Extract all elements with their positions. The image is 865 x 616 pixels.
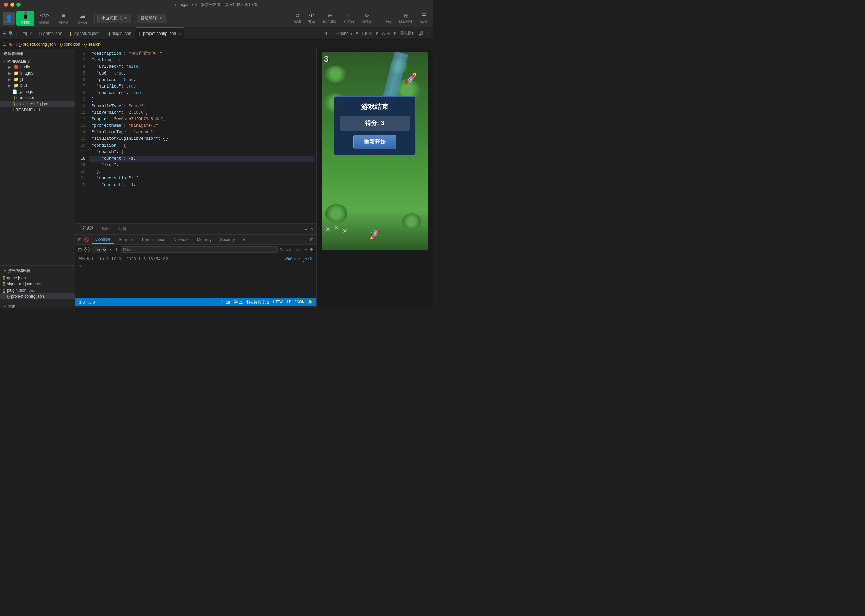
upload-button[interactable]: ↑ 上传 [382,11,394,26]
panel-tab-more[interactable]: » [239,236,248,244]
close-tab-icon[interactable]: ✕ [178,32,181,36]
outline-header[interactable]: ▼ 大纲 [0,303,75,308]
detail-button[interactable]: ☰ 详情 [417,11,430,26]
expand-icon-2[interactable]: ▲ [304,227,308,231]
tab-plugin-json[interactable]: {} plugin.json [104,27,135,40]
simulator-ops-btn[interactable]: 模拟操作 [399,30,416,36]
split-icon[interactable]: ⊐| [22,31,27,36]
console-filter-input[interactable] [121,247,278,253]
device-selector[interactable]: iPhone 5 [336,31,352,36]
open-file-game-json[interactable]: {} game.json [0,275,75,281]
layout-icon[interactable]: ⊞ [324,31,327,36]
code-editor[interactable]: 2 3 4 5 6 7 8 9 10 11 12 13 14 [75,49,316,223]
separator-3 [378,13,379,24]
panel-tab-performance[interactable]: Performance [138,236,169,244]
console-clear-icon[interactable]: 🚫 [84,247,90,252]
debugger-button[interactable]: ≡ 调试器 [55,11,72,26]
panel-tab-security[interactable]: Security [216,236,238,244]
devtools-tab-output[interactable]: 输出 [99,225,113,233]
file-tree: ▶ 🔴 audio ▶ 📁 images ▶ 📁 js ▶ 📁 plus [0,64,75,195]
window-controls[interactable] [4,3,20,7]
record-icon[interactable]: ⊡ [78,237,81,242]
panel-tab-network[interactable]: Network [170,236,192,244]
code-line-17: "search": { [89,149,313,156]
open-file-plugin[interactable]: {} plugin.json plus [0,287,75,293]
open-file-signature[interactable]: {} signature.json plus [0,281,75,287]
minimize-dot[interactable] [10,3,14,7]
tree-item-plus[interactable]: ▶ 📁 plus [0,82,75,88]
breadcrumb-file: {} project.config.json [19,42,56,47]
compile-button[interactable]: ↺ 编译 [291,11,304,26]
frame-selector[interactable]: top [92,247,107,253]
clear-cache-button[interactable]: ⚙ 清缓存 [359,11,375,26]
close-devtools-icon[interactable]: ✕ [310,227,313,231]
open-file-icon: {} [3,275,5,280]
tab-project-config[interactable]: {} project.config.json ✕ [135,27,184,40]
tree-item-game-json[interactable]: {} game.json [0,95,75,101]
maximize-dot[interactable] [16,3,20,7]
console-stop-icon[interactable]: ⊡ [78,247,82,252]
console-log-link[interactable]: WAGame.js:2 [285,257,312,262]
sort-icon[interactable]: ↕ [16,31,18,36]
eye-icon[interactable]: 👁 [115,247,119,252]
panel-expand-icon[interactable]: ⊡ [310,237,313,242]
restart-button[interactable]: 重新开始 [353,135,396,149]
code-line-19: "list": [] [89,162,313,168]
close-icon[interactable]: ✕ [3,295,5,299]
panel-menu-icon[interactable]: ⋮ [304,237,308,242]
arrow-icon-4: ▶ [8,84,12,88]
devtools-tab-issues[interactable]: 问题 [115,225,130,233]
main-toolbar: 👤 📱 模拟器 </> 编辑器 ≡ 调试器 ☁ 云开发 小游戏模式 ▼ 普通编译… [0,9,432,27]
console-prompt[interactable]: > [79,264,312,269]
menu-icon[interactable]: ☰ [3,31,6,36]
project-root[interactable]: ▼ MINIGAME-8 [0,58,75,64]
volume-icon[interactable]: 🔊 [418,31,424,36]
expand-icon[interactable]: ⊡ [426,31,430,36]
ln-20: 20 [75,168,85,175]
plus-folder-icon: 📁 [14,83,19,88]
bottom-console-bar: ⋮ Console Search ✕ [75,306,316,308]
plus-label: plus [20,83,28,88]
tab-signature-json[interactable]: {} signature.json [66,27,103,40]
open-editors-header[interactable]: ▼ 打开的编辑器 [0,267,75,275]
background-button[interactable]: ⊏ 切后台 [341,11,357,26]
clear-console-icon[interactable]: 🚫 [84,237,89,242]
simulator-button[interactable]: 📱 模拟器 [16,11,34,26]
readme-icon: ℹ [12,108,14,113]
preview-button[interactable]: 👁 预览 [306,11,318,26]
version-button[interactable]: ⊞ 版本管理 [396,11,415,26]
panel-tab-memory[interactable]: Memory [193,236,215,244]
window-title: minigame-8 - 微信开发者工具 v1.02.2001070 [175,2,257,8]
console-settings-icon[interactable]: ⚙ [310,247,313,252]
language-mode: JSON [295,300,305,305]
game-mode-label: 小游戏模式 [101,16,122,21]
devtools-tab-debugger[interactable]: 调试器 [78,224,97,234]
search-icon[interactable]: 🔍 [9,31,14,36]
tree-item-readme[interactable]: ℹ README.md [0,107,75,113]
open-file-project-config[interactable]: ✕ {} project.config.json [0,293,75,299]
compile-dropdown[interactable]: 普通编译 ▼ [137,14,166,23]
editor-button[interactable]: </> 编辑器 [36,11,53,26]
tree-item-project-config[interactable]: {} project.config.json [0,101,75,107]
cloud-button[interactable]: ☁ 云开发 [74,11,92,26]
close-dot[interactable] [4,3,8,7]
tree-item-audio[interactable]: ▶ 🔴 audio [0,64,75,70]
breadcrumb-bookmark-icon: 🔖 [8,42,13,47]
tree-item-js[interactable]: ▶ 📁 js [0,76,75,82]
tab-game-json[interactable]: {} game.json [36,27,66,40]
panel-tab-console[interactable]: Console [92,236,114,244]
back-icon[interactable]: ◁ [29,31,32,36]
tree-item-game-js[interactable]: 📄 game.js [0,88,75,95]
breadcrumb-condition: {} condition [60,42,80,47]
more-icon[interactable]: ··· [330,31,333,36]
device-debug-button[interactable]: ⊕ 真机调试 [320,11,339,26]
tree-item-images[interactable]: ▶ 📁 images [0,70,75,76]
open-file-icon-3: {} [3,288,5,292]
game-mode-dropdown[interactable]: 小游戏模式 ▼ [98,14,131,23]
panel-tab-sources[interactable]: Sources [115,236,137,244]
clear-cache-icon: ⚙ [365,12,369,19]
breadcrumb-back-icon[interactable]: ◁ [14,42,17,47]
main-area: 资源管理器 ▼ MINIGAME-8 ▶ 🔴 audio ▶ 📁 images … [0,49,432,308]
network-selector[interactable]: WiFi [382,31,390,36]
ln-2: 2 [75,50,85,57]
